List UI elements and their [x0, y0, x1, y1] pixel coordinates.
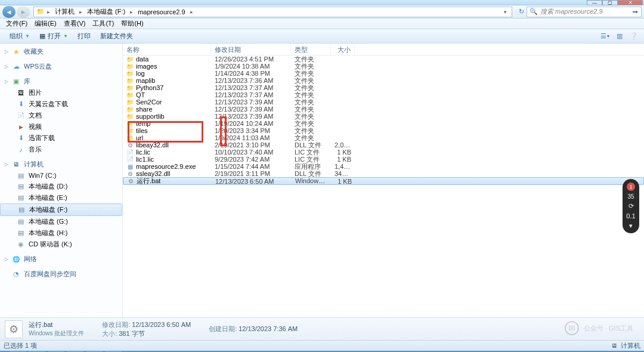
- column-date[interactable]: 修改日期: [211, 44, 291, 55]
- file-row[interactable]: images 1/9/2024 10:38 AM 文件夹: [123, 63, 644, 70]
- breadcrumb[interactable]: 📁 ▸ 计算机 ▸ 本地磁盘 (F:) ▸ mapresource2.9 ▸ ▾: [33, 7, 512, 17]
- file-row[interactable]: log 1/14/2024 4:38 PM 文件夹: [123, 70, 644, 77]
- column-name[interactable]: 名称: [123, 44, 211, 55]
- doc-icon: [17, 112, 25, 120]
- menu-view[interactable]: 查看(V): [60, 19, 89, 28]
- file-date: 9/29/2023 7:42 AM: [211, 156, 291, 163]
- file-row[interactable]: libeay32.dll 2/19/2021 3:10 PM DLL 文件 2,…: [123, 141, 644, 149]
- sidebar-item[interactable]: 天翼云盘下载: [0, 98, 122, 110]
- menu-help[interactable]: 帮助(H): [117, 19, 147, 28]
- maximize-button[interactable]: ▢: [602, 0, 618, 5]
- forward-button[interactable]: ►: [17, 6, 30, 18]
- cloud-icon: [12, 63, 20, 71]
- view-options-button[interactable]: ☰ ▼: [600, 31, 611, 42]
- back-button[interactable]: ◄: [2, 6, 16, 18]
- dropdown-icon[interactable]: ▾: [501, 9, 509, 15]
- sidebar-baidu[interactable]: ▷百度网盘同步空间: [0, 268, 122, 280]
- window-titlebar: ― ▢ ✕: [0, 0, 644, 5]
- expand-icon: ▷: [5, 257, 8, 262]
- menu-edit[interactable]: 编辑(E): [31, 19, 60, 28]
- sidebar-favorites[interactable]: ▷收藏夹: [0, 46, 122, 57]
- sidebar-item-drive[interactable]: CD 驱动器 (K:): [0, 239, 122, 250]
- print-button[interactable]: 打印: [73, 32, 95, 41]
- sidebar-item[interactable]: 文档: [0, 110, 122, 121]
- file-row[interactable]: tiles 1/20/2023 3:34 PM 文件夹: [123, 127, 644, 134]
- file-row[interactable]: temp 1/19/2024 10:24 AM 文件夹: [123, 120, 644, 127]
- sidebar-item-drive[interactable]: 本地磁盘 (H:): [0, 227, 122, 239]
- lic-icon: [126, 156, 134, 163]
- column-type[interactable]: 类型: [291, 44, 331, 55]
- folder-icon: [126, 120, 134, 127]
- file-row[interactable]: Sen2Cor 12/13/2023 7:39 AM 文件夹: [123, 98, 644, 106]
- preview-pane-button[interactable]: ▥: [614, 31, 625, 42]
- sidebar-libraries[interactable]: ▷库: [0, 76, 122, 87]
- close-button[interactable]: ✕: [618, 0, 643, 5]
- file-date: 1/19/2024 10:24 AM: [211, 120, 291, 127]
- open-button[interactable]: ▦打开▼: [35, 32, 73, 41]
- file-name: data: [136, 55, 148, 63]
- file-row[interactable]: Python37 12/13/2023 7:37 AM 文件夹: [123, 84, 644, 91]
- menu-tools[interactable]: 工具(T): [89, 19, 117, 28]
- chevron-right-icon[interactable]: ▸: [188, 9, 196, 15]
- widget-icon[interactable]: ⟳: [628, 202, 634, 210]
- file-row[interactable]: QT 12/13/2023 7:37 AM 文件夹: [123, 91, 644, 98]
- menu-file[interactable]: 文件(F): [2, 19, 31, 28]
- search-placeholder: 搜索 mapresource2.9: [540, 7, 603, 16]
- help-button[interactable]: ❔: [628, 31, 639, 42]
- sidebar-item-drive[interactable]: 本地磁盘 (F:): [0, 203, 122, 216]
- file-row[interactable]: supportlib 12/13/2023 7:39 AM 文件夹: [123, 113, 644, 120]
- column-size[interactable]: 大小: [331, 44, 355, 55]
- sidebar-item-drive[interactable]: 本地磁盘 (G:): [0, 216, 122, 227]
- file-date: 12/13/2023 7:37 AM: [211, 91, 291, 98]
- file-row[interactable]: data 12/26/2023 4:51 PM 文件夹: [123, 55, 644, 63]
- sidebar-computer[interactable]: ▷计算机: [0, 159, 122, 170]
- disk-icon: [17, 218, 25, 226]
- file-list[interactable]: data 12/26/2023 4:51 PM 文件夹 images 1/9/2…: [123, 55, 644, 185]
- sidebar-item[interactable]: 音乐: [0, 144, 122, 155]
- file-row[interactable]: mapresource2.9.exe 1/15/2024 7:44 AM 应用程…: [123, 163, 644, 170]
- search-input[interactable]: 🔍 搜索 mapresource2.9 ⮕: [527, 7, 642, 17]
- sidebar-item-drive[interactable]: Win7 (C:): [0, 170, 122, 181]
- widget-badge[interactable]: 1: [627, 183, 635, 191]
- file-date: 12/13/2023 7:39 AM: [211, 98, 291, 106]
- sidebar-wps[interactable]: ▷WPS云盘: [0, 61, 122, 72]
- widget-expand-icon[interactable]: ▾: [629, 222, 633, 230]
- file-name: QT: [136, 91, 145, 98]
- file-row[interactable]: share 12/13/2023 7:39 AM 文件夹: [123, 106, 644, 113]
- breadcrumb-segment[interactable]: 本地磁盘 (F:): [85, 7, 128, 16]
- watermark: ✉ 公众号 · GIS工具: [565, 321, 633, 335]
- sidebar-item-label: 图片: [29, 88, 42, 97]
- details-created: 12/13/2023 7:36 AM: [239, 325, 298, 332]
- file-row[interactable]: url 1/9/2024 11:03 AM 文件夹: [123, 134, 644, 141]
- floating-widget[interactable]: 1 35 ⟳ 0.1 ▾: [623, 179, 639, 233]
- breadcrumb-segment[interactable]: 计算机: [52, 7, 77, 16]
- sidebar-item[interactable]: 图片: [0, 87, 122, 98]
- breadcrumb-segment[interactable]: mapresource2.9: [135, 8, 188, 16]
- chevron-right-icon[interactable]: ▸: [45, 9, 52, 15]
- file-row[interactable]: lic1.lic 9/29/2023 7:42 AM LIC 文件 1 KB: [123, 156, 644, 163]
- chevron-right-icon[interactable]: ▸: [77, 9, 85, 15]
- sidebar-network[interactable]: ▷网络: [0, 254, 122, 265]
- file-row[interactable]: maplib 12/13/2023 7:36 AM 文件夹: [123, 77, 644, 84]
- chevron-right-icon[interactable]: ▸: [128, 9, 135, 15]
- refresh-button[interactable]: ↻: [516, 8, 527, 16]
- sidebar-item[interactable]: 视频: [0, 121, 122, 132]
- sidebar-item-drive[interactable]: 本地磁盘 (D:): [0, 181, 122, 192]
- sidebar-item[interactable]: 迅雷下载: [0, 132, 122, 144]
- search-go-icon[interactable]: ⮕: [632, 8, 639, 16]
- search-icon: 🔍: [530, 8, 538, 16]
- file-size: 349 KB: [331, 170, 355, 177]
- minimize-button[interactable]: ―: [587, 0, 602, 5]
- file-name: mapresource2.9.exe: [136, 163, 196, 170]
- file-row[interactable]: lic.lic 10/10/2023 7:40 AM LIC 文件 1 KB: [123, 149, 644, 156]
- folder-icon: [126, 70, 134, 77]
- expand-icon: ▷: [5, 49, 8, 54]
- sidebar-item-drive[interactable]: 本地磁盘 (E:): [0, 192, 122, 203]
- organize-button[interactable]: 组织▼: [5, 32, 35, 41]
- file-name: Sen2Cor: [136, 98, 162, 106]
- new-folder-button[interactable]: 新建文件夹: [95, 32, 138, 41]
- widget-sub: 0.1: [626, 212, 635, 220]
- file-row[interactable]: 运行.bat 12/13/2023 6:50 AM Windows 批处理...…: [123, 177, 644, 185]
- details-filetype: Windows 批处理文件: [29, 329, 84, 338]
- widget-number: 35: [627, 193, 634, 200]
